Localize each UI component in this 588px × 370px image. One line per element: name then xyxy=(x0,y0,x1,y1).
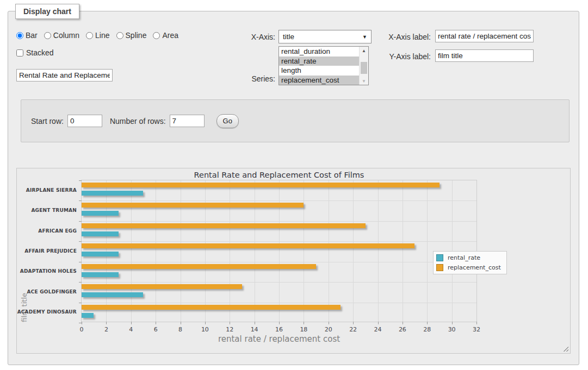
bar-rental_rate xyxy=(82,211,119,216)
y-tick-mark xyxy=(79,262,82,262)
x-tick-label: 26 xyxy=(399,326,406,333)
x-axis-select-label: X-Axis: xyxy=(223,33,275,41)
stacked-row: Stacked xyxy=(16,48,54,57)
legend-row: replacement_cost xyxy=(436,264,501,271)
start-row-label: Start row: xyxy=(31,117,64,126)
y-category-label: AFRICAN EGG xyxy=(28,221,77,241)
stacked-checkbox[interactable] xyxy=(16,49,23,57)
chart-x-axis-title: rental rate / replacement cost xyxy=(81,334,477,344)
chart-panel: Rental Rate and Replacement Cost of Film… xyxy=(16,168,571,354)
y-tick-mark xyxy=(79,241,82,242)
series-option-rental_rate[interactable]: rental_rate xyxy=(279,57,359,66)
bar-replacement_cost xyxy=(82,243,414,248)
scroll-down-icon[interactable]: ▼ xyxy=(360,77,368,85)
bar-rental_rate xyxy=(82,252,119,256)
chart-legend: rental_ratereplacement_cost xyxy=(433,251,507,274)
x-tick-label: 12 xyxy=(226,326,233,333)
radio-line-label[interactable]: Line xyxy=(95,31,109,40)
radio-column[interactable] xyxy=(44,32,51,39)
bar-rental_rate xyxy=(82,292,143,297)
y-tick-mark xyxy=(79,323,82,323)
bar-rental_rate xyxy=(82,272,119,277)
x-tick-label: 28 xyxy=(423,326,431,333)
radio-line[interactable] xyxy=(86,32,93,39)
radio-bar-label[interactable]: Bar xyxy=(26,31,38,40)
bar-replacement_cost xyxy=(82,183,440,187)
scrollbar-thumb[interactable] xyxy=(361,62,367,74)
chart-title-input[interactable] xyxy=(16,69,113,81)
y-category-label: AFFAIR PREJUDICE xyxy=(28,241,77,261)
category-band xyxy=(82,180,476,200)
bar-rental_rate xyxy=(82,313,94,318)
series-listbox[interactable]: rental_durationrental_ratelengthreplacem… xyxy=(278,46,369,85)
x-tick-label: 8 xyxy=(178,326,182,333)
legend-swatch-replacement_cost xyxy=(436,264,443,271)
y-tick-mark xyxy=(79,180,82,181)
resize-handle-icon[interactable] xyxy=(562,345,568,352)
x-tick-label: 4 xyxy=(129,326,133,333)
series-option-replacement_cost[interactable]: replacement_cost xyxy=(279,76,359,85)
radio-spline-label[interactable]: Spline xyxy=(126,31,147,40)
radio-column-label[interactable]: Column xyxy=(53,31,79,40)
chart-title: Rental Rate and Replacement Cost of Film… xyxy=(81,171,477,179)
category-band xyxy=(82,241,476,261)
y-category-label: ACADEMY DINOSAUR xyxy=(28,302,77,322)
x-tick-label: 18 xyxy=(300,326,307,333)
radio-spline[interactable] xyxy=(116,32,123,39)
x-tick-label: 30 xyxy=(448,326,456,333)
series-option-rental_duration[interactable]: rental_duration xyxy=(279,47,359,57)
go-button[interactable]: Go xyxy=(216,114,239,128)
category-band xyxy=(82,303,476,323)
bar-replacement_cost xyxy=(82,284,242,289)
legend-label: replacement_cost xyxy=(448,264,501,271)
y-axis-label-caption: Y-Axis label: xyxy=(364,52,431,61)
x-axis-selected-value: title xyxy=(283,33,294,41)
radio-area-label[interactable]: Area xyxy=(162,31,178,40)
x-tick-label: 2 xyxy=(104,326,108,333)
start-row-input[interactable] xyxy=(67,115,102,127)
x-tick-label: 24 xyxy=(374,326,382,333)
x-tick-label: 6 xyxy=(154,326,158,333)
chart-type-radio-group: Bar Column Line Spline Area xyxy=(16,31,185,40)
series-options: rental_durationrental_ratelengthreplacem… xyxy=(279,47,359,85)
bar-replacement_cost xyxy=(82,203,304,208)
radio-bar[interactable] xyxy=(16,32,23,39)
y-category-label: ADAPTATION HOLES xyxy=(28,261,77,281)
category-band xyxy=(82,221,476,241)
x-axis-select[interactable]: title ▼ xyxy=(278,30,372,43)
y-tick-mark xyxy=(79,303,82,303)
bar-rental_rate xyxy=(82,191,143,196)
series-option-length[interactable]: length xyxy=(279,66,359,76)
plot-area: 02468101214161820222426283032 xyxy=(81,180,477,322)
series-list-label: Series: xyxy=(223,74,275,83)
y-tick-mark xyxy=(79,200,82,201)
y-category-label: AGENT TRUMAN xyxy=(28,200,77,220)
y-axis-label-input[interactable] xyxy=(435,49,534,62)
x-tick-label: 0 xyxy=(80,326,84,333)
x-tick-label: 16 xyxy=(275,326,283,333)
x-tick-label: 14 xyxy=(251,326,258,333)
bar-replacement_cost xyxy=(82,264,316,269)
y-tick-mark xyxy=(79,282,82,283)
stacked-label[interactable]: Stacked xyxy=(26,48,54,57)
x-tick-mark xyxy=(476,322,477,324)
category-band xyxy=(82,262,476,282)
y-category-label: AIRPLANE SIERRA xyxy=(28,180,77,200)
x-axis-label-input[interactable] xyxy=(435,30,534,42)
category-band xyxy=(82,200,476,221)
legend-row: rental_rate xyxy=(436,254,501,261)
x-tick-label: 20 xyxy=(325,326,332,333)
bar-replacement_cost xyxy=(82,305,341,310)
rows-panel: Start row: Number of rows: Go xyxy=(21,99,570,142)
radio-area[interactable] xyxy=(153,32,160,39)
y-category-label: ACE GOLDFINGER xyxy=(28,281,77,302)
num-rows-input[interactable] xyxy=(170,115,205,127)
x-tick-label: 10 xyxy=(201,326,209,333)
x-tick-label: 32 xyxy=(473,326,480,333)
x-tick-label: 22 xyxy=(349,326,357,333)
category-band xyxy=(82,282,476,302)
fieldset-legend-title: Display chart xyxy=(15,4,79,19)
bar-replacement_cost xyxy=(82,223,366,228)
bar-rental_rate xyxy=(82,231,119,236)
legend-swatch-rental_rate xyxy=(436,254,443,261)
